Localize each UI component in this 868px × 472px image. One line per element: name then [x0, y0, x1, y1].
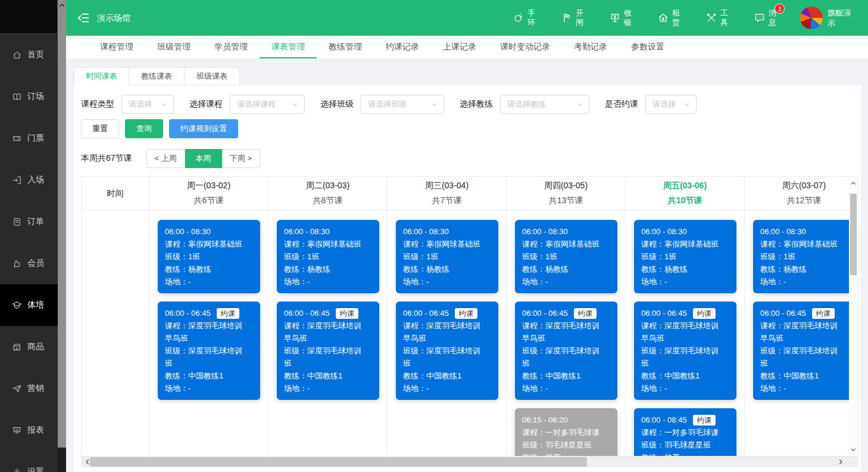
card-time: 06:00 - 06:45 — [165, 307, 211, 319]
reset-button[interactable]: 重置 — [81, 119, 119, 138]
query-button[interactable]: 查询 — [125, 119, 163, 138]
topbar-actions: 手环开闸收银租赁工具消息3 — [513, 8, 778, 27]
card-course: 课程：一对多羽毛球课 — [522, 426, 607, 439]
scroll-up-icon[interactable] — [58, 2, 65, 9]
message-badge: 3 — [775, 4, 785, 14]
sidebar-item-reports[interactable]: 报表 — [0, 409, 58, 451]
booking-icon — [12, 92, 22, 102]
gate-icon — [561, 12, 573, 24]
tab-booking-records[interactable]: 约课记录 — [374, 36, 431, 58]
sidebar-item-entry[interactable]: 入场 — [0, 159, 58, 201]
course-card[interactable]: 06:00 - 08:30课程：寒假网球基础班班级：1班教练：杨教练场地：- — [277, 220, 379, 293]
card-class: 班级：1班 — [284, 250, 369, 263]
card-coach: 教练：杨教练 — [641, 263, 726, 275]
chevron-down-icon — [430, 101, 438, 108]
topbar-action-cashier[interactable]: 收银 — [609, 8, 633, 27]
scroll-up-icon[interactable] — [850, 180, 857, 187]
topbar-action-gate[interactable]: 开闸 — [561, 8, 585, 27]
menu-fold-icon[interactable] — [77, 11, 90, 24]
sidebar-item-settings[interactable]: 设置 — [0, 451, 58, 472]
subtab-class-schedule[interactable]: 班级课表 — [185, 67, 240, 85]
schedule-header-row: 时间 周一(03-02)共6节课周二(03-03)共8节课周三(03-04)共7… — [82, 177, 849, 210]
tab-course-mgmt[interactable]: 课程管理 — [88, 36, 145, 58]
filter-course-select[interactable]: 请选择课程 — [230, 95, 305, 114]
topbar-action-tools[interactable]: 工具 — [705, 8, 729, 27]
course-card[interactable]: 06:00 - 06:45约课课程：深度羽毛球培训早鸟班班级：深度羽毛球培训班教… — [515, 302, 617, 400]
card-course: 课程：寒假网球基础班 — [522, 238, 607, 250]
tab-hour-change-records[interactable]: 课时变动记录 — [488, 36, 562, 58]
current-week-button[interactable]: 本周 — [185, 149, 222, 168]
day-title: 周三(03-04) — [425, 181, 469, 191]
course-card[interactable]: 06:15 - 06:20课程：一对多羽毛球课班级：羽毛球星星班教练：帅哥 — [515, 408, 617, 457]
card-time: 06:00 - 08:30 — [760, 225, 806, 238]
card-class: 班级：深度羽毛球培训班 — [641, 344, 726, 369]
next-week-button[interactable]: 下周 > — [222, 149, 260, 168]
select-placeholder: 请选择 — [129, 99, 152, 110]
card-class: 班级：1班 — [641, 250, 726, 263]
tab-lesson-records[interactable]: 上课记录 — [431, 36, 488, 58]
tab-param-settings[interactable]: 参数设置 — [619, 36, 676, 58]
day-column-tue: 06:00 - 08:30课程：寒假网球基础班班级：1班教练：杨教练场地：-06… — [268, 210, 388, 456]
avatar[interactable] — [800, 7, 823, 29]
booking-rules-button[interactable]: 约课规则设置 — [169, 119, 238, 138]
filter-label: 是否约课 — [605, 99, 638, 110]
day-column-fri: 06:00 - 08:30课程：寒假网球基础班班级：1班教练：杨教练场地：-06… — [626, 210, 745, 456]
course-card[interactable]: 06:00 - 06:45约课课程：深度羽毛球培训早鸟班班级：深度羽毛球培训班教… — [277, 302, 379, 400]
filter-course-type-select[interactable]: 请选择 — [121, 95, 174, 114]
card-venue: 场地：- — [403, 382, 488, 395]
day-title: 周四(03-05) — [544, 181, 588, 191]
topbar-action-rental[interactable]: 租赁 — [657, 8, 681, 27]
topbar-action-messages[interactable]: 消息3 — [754, 8, 778, 27]
scroll-down-icon[interactable] — [850, 446, 857, 453]
course-card[interactable]: 06:00 - 06:45约课课程：深度羽毛球培训早鸟班班级：深度羽毛球培训班教… — [634, 302, 736, 400]
course-card[interactable]: 06:00 - 06:45约课课程：深度羽毛球培训早鸟班班级：深度羽毛球培训班教… — [396, 302, 498, 400]
course-card[interactable]: 06:00 - 06:45约课课程：深度羽毛球培训早鸟班班级：深度羽毛球培训班教… — [753, 302, 849, 400]
course-card[interactable]: 06:00 - 08:30课程：寒假网球基础班班级：1班教练：杨教练场地：- — [634, 220, 736, 293]
sidebar-item-orders[interactable]: 订单 — [0, 201, 58, 243]
tab-schedule-mgmt[interactable]: 课表管理 — [260, 36, 317, 58]
sidebar-item-home[interactable]: 首页 — [0, 34, 58, 76]
prev-week-button[interactable]: < 上周 — [146, 149, 185, 168]
card-coach: 教练：中国教练1 — [284, 369, 369, 382]
horizontal-scrollbar[interactable] — [81, 457, 858, 467]
scroll-right-icon[interactable] — [837, 458, 844, 465]
day-title: 周一(03-02) — [187, 181, 230, 191]
tab-attendance-records[interactable]: 考勤记录 — [562, 36, 619, 58]
horizontal-scrollbar-thumb[interactable] — [90, 457, 587, 467]
vertical-scrollbar[interactable] — [849, 176, 858, 457]
sidebar-scrollbar-thumb[interactable] — [58, 0, 66, 448]
card-time: 06:00 - 06:45 — [284, 307, 330, 319]
course-card[interactable]: 06:00 - 08:30课程：寒假网球基础班班级：1班教练：杨教练场地：- — [158, 220, 260, 293]
vertical-scrollbar-thumb[interactable] — [850, 194, 857, 275]
course-card[interactable]: 06:00 - 08:45约课课程：一对多羽毛球课班级：羽毛球星星班教练：帅哥 — [634, 408, 736, 457]
course-card[interactable]: 06:00 - 08:30课程：寒假网球基础班班级：1班教练：杨教练场地：- — [396, 220, 498, 293]
sidebar-item-booking[interactable]: 订场 — [0, 76, 58, 117]
course-card[interactable]: 06:00 - 08:30课程：寒假网球基础班班级：1班教练：杨教练场地：- — [515, 220, 617, 293]
sidebar-item-marketing[interactable]: 营销 — [0, 368, 58, 409]
filter-class-select[interactable]: 请选择班级 — [361, 95, 444, 114]
tab-student-mgmt[interactable]: 学员管理 — [202, 36, 260, 58]
sidebar-item-members[interactable]: 会员 — [0, 243, 58, 284]
subtab-time-schedule[interactable]: 时间课表 — [74, 67, 129, 85]
topbar-action-label: 工具 — [720, 8, 729, 27]
card-coach: 教练：帅哥 — [641, 451, 726, 457]
day-lesson-count: 共8节课 — [313, 195, 343, 206]
filter-is-booking-select[interactable]: 请选择 — [645, 95, 697, 114]
tab-coach-mgmt[interactable]: 教练管理 — [317, 36, 374, 58]
filter-coach-select[interactable]: 请选择教练 — [500, 95, 589, 114]
subtab-coach-schedule[interactable]: 教练课表 — [129, 67, 185, 85]
card-venue: 场地：- — [165, 275, 249, 288]
tab-class-mgmt[interactable]: 班级管理 — [145, 36, 202, 58]
sidebar-item-training[interactable]: 体培 — [0, 284, 58, 326]
card-coach: 教练：中国教练1 — [641, 369, 726, 382]
sidebar-item-tickets[interactable]: 门票 — [0, 117, 58, 159]
card-course: 课程：寒假网球基础班 — [641, 238, 726, 250]
user-menu[interactable]: 旗舰演示 — [800, 7, 856, 29]
sidebar-item-products[interactable]: 商品 — [0, 326, 58, 368]
course-card[interactable]: 06:00 - 08:30课程：寒假网球基础班班级：1班教练：杨教练场地：- — [753, 220, 849, 293]
topbar-action-wristband[interactable]: 手环 — [513, 8, 536, 27]
home-icon — [12, 50, 22, 60]
wristband-icon — [513, 12, 524, 24]
sidebar-scrollbar[interactable] — [58, 0, 66, 472]
course-card[interactable]: 06:00 - 06:45约课课程：深度羽毛球培训早鸟班班级：深度羽毛球培训班教… — [158, 302, 260, 400]
